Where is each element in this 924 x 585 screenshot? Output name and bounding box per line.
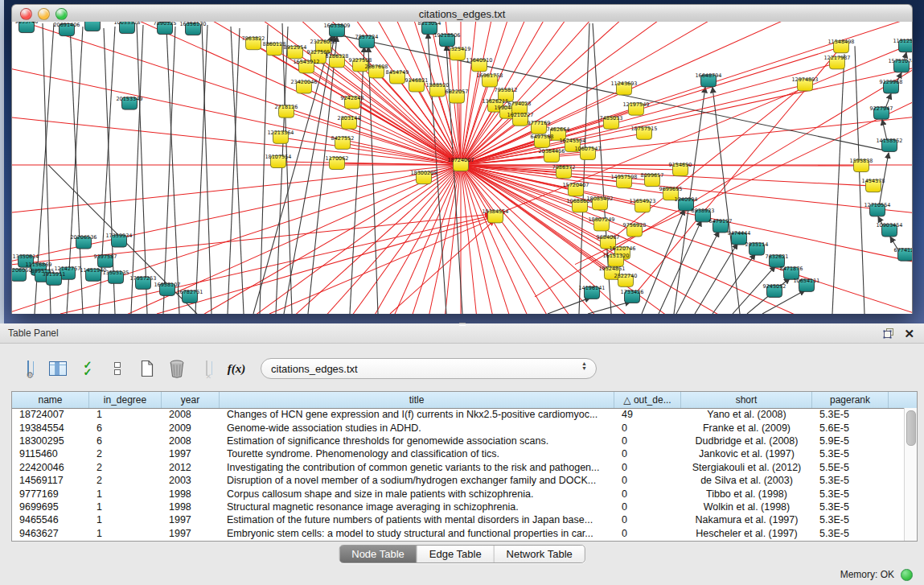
cell-pagerank: 5.3E-5	[812, 501, 889, 513]
window-titlebar[interactable]: citations_edges.txt	[11, 4, 913, 23]
graph-node[interactable]: 15751074	[888, 58, 912, 72]
table-select-dropdown[interactable]: citations_edges.txt ▲▼	[261, 358, 597, 379]
graph-node-label: 8427552	[331, 135, 355, 142]
memory-status-label: Memory: OK	[840, 569, 894, 580]
graph-node[interactable]: 13654923	[629, 198, 655, 212]
graph-node[interactable]: 12710554	[864, 202, 890, 216]
minimize-window-icon[interactable]	[38, 8, 50, 20]
graph-node-label: 20364456	[538, 148, 565, 154]
graph-node[interactable]: 19384554	[482, 208, 508, 223]
new-document-icon[interactable]	[137, 358, 158, 379]
graph-node[interactable]: 1454378	[862, 178, 885, 192]
graph-node[interactable]: 16961758	[476, 72, 503, 87]
table-row[interactable]: 1938455462009Genome-wide association stu…	[12, 421, 905, 434]
graph-node[interactable]: 8860128	[263, 41, 286, 56]
graph-node[interactable]: 12213364	[267, 130, 294, 144]
graph-node-label: 7986372	[552, 164, 576, 171]
graph-node[interactable]: 20153349	[116, 96, 142, 110]
table-row[interactable]: 946554611997Estimation of the future num…	[12, 513, 905, 526]
scrollbar-thumb[interactable]	[906, 410, 916, 446]
zoom-window-icon[interactable]	[55, 8, 68, 20]
graph-node[interactable]: 6822057	[446, 89, 469, 103]
graph-node[interactable]: 20206536	[70, 234, 97, 249]
cell-name: 22420046	[12, 462, 89, 473]
cell-name: 9777169	[12, 488, 89, 500]
close-window-icon[interactable]	[20, 8, 32, 20]
column-header-name[interactable]: name	[12, 392, 89, 408]
table-row[interactable]: 2242004622012Investigating the contribut…	[12, 461, 905, 474]
close-panel-icon[interactable]: ✕	[904, 328, 914, 340]
graph-node[interactable]: 10903454	[876, 222, 902, 237]
graph-node-label: 9154690	[669, 162, 692, 168]
graph-node[interactable]: 12217987	[823, 55, 850, 69]
graph-node[interactable]: 9154690	[669, 162, 692, 176]
graph-node[interactable]: 9756928	[623, 222, 647, 237]
graph-node[interactable]: 9146821	[405, 77, 429, 92]
tab-network-table[interactable]: Network Table	[495, 546, 585, 562]
graph-node[interactable]: 20691406	[53, 22, 80, 36]
splitter-handle[interactable]	[457, 321, 468, 326]
graph-node[interactable]: 18757515	[630, 126, 657, 140]
function-builder-icon[interactable]: f(x)	[226, 358, 247, 379]
column-header-short[interactable]: short	[681, 392, 812, 408]
trash-icon[interactable]	[166, 358, 187, 379]
citation-network-graph[interactable]: 1872400718300295193845547963822886012889…	[12, 22, 912, 314]
cell-title: Embryonic stem cells: a model to study s…	[220, 528, 614, 539]
graph-node[interactable]: 13505135	[102, 270, 129, 284]
row-height-icon[interactable]	[107, 358, 128, 379]
tab-node-table[interactable]: Node Table	[339, 546, 417, 562]
network-canvas[interactable]: 1872400718300295193845547963822886012889…	[11, 22, 913, 314]
float-panel-icon[interactable]	[883, 328, 894, 339]
graph-node[interactable]: 13640910	[466, 57, 492, 72]
graph-node[interactable]: 25206050	[12, 267, 32, 282]
graph-node[interactable]: 9245052	[763, 283, 786, 298]
graph-node[interactable]: 2867608	[365, 64, 388, 78]
graph-node[interactable]: 16782751	[176, 289, 203, 303]
table-row[interactable]: 977716911998Corpus callosum shape and si…	[12, 487, 905, 500]
table-settings-icon[interactable]: ⚙	[18, 358, 39, 379]
graph-node[interactable]: 9055740	[15, 22, 39, 33]
table-row[interactable]: 1872400712008Changes of HCN gene express…	[12, 408, 905, 421]
graph-node[interactable]: 7890325	[154, 22, 177, 35]
column-header-title[interactable]: title	[220, 392, 614, 408]
graph-node[interactable]: 10055328	[113, 22, 140, 34]
graph-node[interactable]: 18300295	[410, 170, 437, 184]
select-columns-icon[interactable]	[47, 358, 68, 379]
graph-node-label: 12217987	[823, 55, 850, 61]
graph-node-label: 9055740	[15, 22, 39, 25]
table-row[interactable]: 1830029562008Estimation of significance …	[12, 435, 905, 447]
graph-node-label: 16245554	[559, 138, 585, 144]
graph-node-label: 11512544	[893, 38, 912, 44]
graph-node-label: 18085492	[586, 196, 613, 202]
column-header-year[interactable]: year	[162, 392, 220, 408]
column-header-in_degree[interactable]: in_degree	[89, 392, 162, 408]
graph-node[interactable]: 2803144	[338, 115, 361, 130]
table-row[interactable]: 969969511998Structural magnetic resonanc…	[12, 501, 905, 513]
graph-node[interactable]: 9129968	[880, 79, 903, 93]
graph-node[interactable]: 10654111	[793, 278, 819, 292]
graph-node[interactable]: 20364456	[538, 148, 565, 163]
graph-node[interactable]: 11548498	[827, 39, 854, 53]
graph-node-label: 6774123	[894, 247, 912, 253]
graph-node[interactable]: 17957253	[129, 275, 156, 290]
graph-node-label: 6794028	[508, 101, 532, 107]
column-header-out_degree[interactable]: △ out_de...	[614, 392, 681, 408]
table-row[interactable]: 1456911722003Disruption of a novel membe…	[12, 474, 905, 487]
graph-node[interactable]: 6774123	[894, 247, 912, 262]
table-row[interactable]: 911546021997Tourette syndrome. Phenomeno…	[12, 447, 905, 460]
graph-node[interactable]: 19218506	[433, 32, 460, 47]
vertical-scrollbar[interactable]	[904, 408, 917, 541]
graph-node[interactable]: 9227947	[870, 105, 893, 120]
select-rows-icon[interactable]: ✓✓	[77, 358, 98, 379]
graph-node[interactable]: 18107554	[265, 154, 291, 168]
graph-node[interactable]: 1527602	[81, 22, 105, 31]
table-row[interactable]: 946362711997Embryonic stem cells: a mode…	[12, 527, 905, 540]
column-header-pagerank[interactable]: pagerank	[812, 392, 889, 408]
graph-node[interactable]: 16033809	[323, 23, 350, 37]
graph-node[interactable]: 8427552	[331, 135, 355, 150]
cell-out_degree: 0	[614, 475, 681, 486]
traffic-lights	[20, 8, 68, 20]
tab-edge-table[interactable]: Edge Table	[417, 546, 495, 562]
graph-node[interactable]: 23420046	[290, 79, 317, 93]
graph-node[interactable]: 7963822	[242, 35, 265, 50]
